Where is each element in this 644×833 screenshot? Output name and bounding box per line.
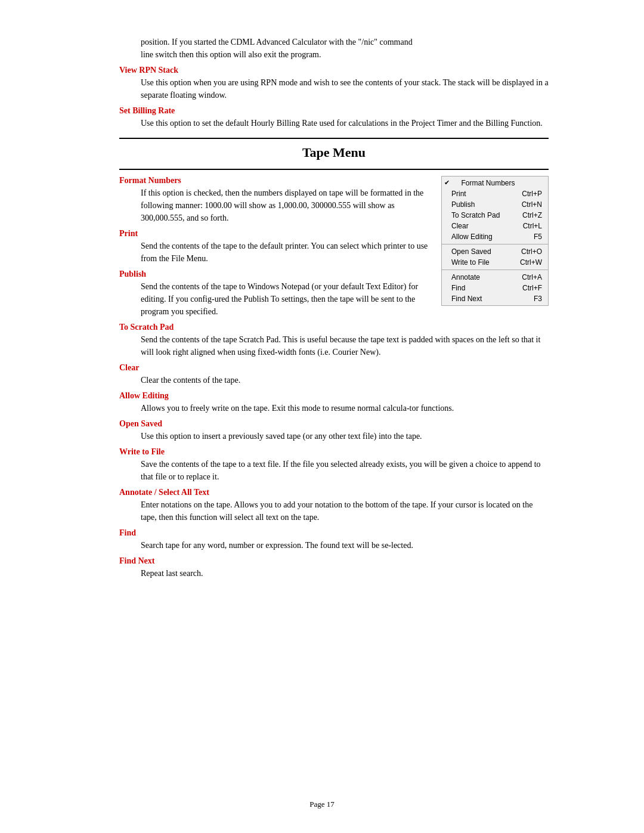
menu-separator-2 bbox=[442, 270, 548, 270]
menu-separator-1 bbox=[442, 244, 548, 244]
menu-item-annotate[interactable]: Annotate Ctrl+A bbox=[442, 272, 548, 283]
menu-item-clear[interactable]: Clear Ctrl+L bbox=[442, 221, 548, 231]
menu-shortcut-clear: Ctrl+L bbox=[523, 222, 542, 230]
open-saved-body: Use this option to insert a previously s… bbox=[141, 430, 549, 442]
menu-shortcut-print: Ctrl+P bbox=[522, 190, 542, 198]
menu-item-find[interactable]: Find Ctrl+F bbox=[442, 283, 548, 293]
menu-label-annotate: Annotate bbox=[451, 273, 480, 281]
find-heading: Find bbox=[119, 528, 549, 538]
menu-shortcut-allow-editing: F5 bbox=[534, 233, 542, 241]
menu-shortcut-annotate: Ctrl+A bbox=[522, 273, 542, 281]
annotate-heading: Annotate / Select All Text bbox=[119, 488, 549, 497]
menu-item-to-scratch-pad[interactable]: To Scratch Pad Ctrl+Z bbox=[442, 210, 548, 221]
page: position. If you started the CDML Advanc… bbox=[0, 0, 644, 833]
clear-body: Clear the contents of the tape. bbox=[141, 374, 549, 386]
menu-item-publish[interactable]: Publish Ctrl+N bbox=[442, 199, 548, 210]
clear-heading: Clear bbox=[119, 363, 549, 373]
write-to-file-body: Save the contents of the tape to a text … bbox=[141, 458, 549, 483]
menu-shortcut-find-next: F3 bbox=[534, 295, 542, 303]
menu-shortcut-find: Ctrl+F bbox=[522, 284, 542, 292]
allow-editing-body: Allows you to freely write on the tape. … bbox=[141, 402, 549, 414]
menu-item-find-next[interactable]: Find Next F3 bbox=[442, 293, 548, 304]
annotate-body: Enter notations on the tape. Allows you … bbox=[141, 498, 549, 524]
menu-label-to-scratch-pad: To Scratch Pad bbox=[451, 211, 500, 219]
menu-label-open-saved: Open Saved bbox=[451, 247, 491, 256]
menu-label-find: Find bbox=[451, 284, 465, 292]
menu-item-allow-editing[interactable]: Allow Editing F5 bbox=[442, 231, 548, 242]
menu-label-find-next: Find Next bbox=[451, 295, 482, 303]
menu-label-allow-editing: Allow Editing bbox=[451, 233, 493, 241]
menu-shortcut-publish: Ctrl+N bbox=[522, 200, 542, 209]
dropdown-menu: Format Numbers Print Ctrl+P Publish Ctrl… bbox=[441, 176, 549, 306]
menu-item-print[interactable]: Print Ctrl+P bbox=[442, 188, 548, 199]
tape-menu-title: Tape Menu bbox=[119, 145, 549, 160]
menu-item-write-to-file[interactable]: Write to File Ctrl+W bbox=[442, 257, 548, 268]
page-footer: Page 17 bbox=[0, 800, 644, 809]
open-saved-heading: Open Saved bbox=[119, 419, 549, 429]
content-area: Format Numbers Print Ctrl+P Publish Ctrl… bbox=[119, 176, 549, 358]
menu-label-publish: Publish bbox=[451, 200, 475, 209]
find-next-heading: Find Next bbox=[119, 556, 549, 566]
view-rpn-stack-heading: View RPN Stack bbox=[119, 66, 549, 75]
set-billing-rate-body: Use this option to set the default Hourl… bbox=[141, 117, 549, 129]
menu-item-open-saved[interactable]: Open Saved Ctrl+O bbox=[442, 246, 548, 257]
intro-text: position. If you started the CDML Advanc… bbox=[141, 36, 549, 61]
menu-shortcut-to-scratch-pad: Ctrl+Z bbox=[522, 211, 542, 219]
tape-menu-divider-bottom bbox=[119, 169, 549, 170]
allow-editing-heading: Allow Editing bbox=[119, 391, 549, 401]
menu-item-format-numbers[interactable]: Format Numbers bbox=[442, 178, 548, 188]
write-to-file-heading: Write to File bbox=[119, 447, 549, 457]
intro-line1: position. If you started the CDML Advanc… bbox=[141, 38, 413, 47]
menu-label-format-numbers: Format Numbers bbox=[461, 179, 515, 187]
to-scratch-pad-body: Send the contents of the tape Scratch Pa… bbox=[141, 333, 549, 358]
menu-label-clear: Clear bbox=[451, 222, 469, 230]
tape-menu-divider bbox=[119, 138, 549, 139]
set-billing-rate-heading: Set Billing Rate bbox=[119, 106, 549, 116]
find-body: Search tape for any word, number or expr… bbox=[141, 539, 549, 552]
intro-line2: line switch then this option will also e… bbox=[141, 50, 321, 59]
menu-shortcut-write-to-file: Ctrl+W bbox=[520, 258, 542, 267]
view-rpn-stack-body: Use this option when you are using RPN m… bbox=[141, 76, 549, 101]
find-next-body: Repeat last search. bbox=[141, 567, 549, 580]
to-scratch-pad-heading: To Scratch Pad bbox=[119, 323, 549, 332]
menu-label-print: Print bbox=[451, 190, 466, 198]
menu-label-write-to-file: Write to File bbox=[451, 258, 490, 267]
menu-shortcut-open-saved: Ctrl+O bbox=[521, 247, 542, 256]
